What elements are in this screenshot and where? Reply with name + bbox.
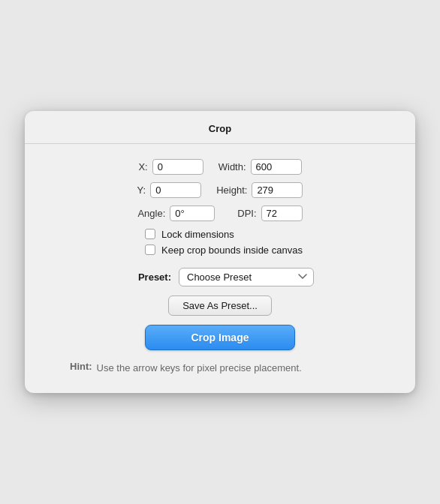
angle-label: Angle: [137,208,165,219]
crop-image-button[interactable]: Crop Image [145,325,295,350]
lock-dimensions-checkbox[interactable] [145,229,155,239]
width-label: Width: [218,161,246,172]
lock-dimensions-label: Lock dimensions [161,229,234,240]
x-input[interactable] [152,159,203,175]
crop-btn-section: Crop Image [25,316,415,350]
hint-text: Use the arrow keys for pixel precise pla… [97,361,302,376]
x-group: X: [138,159,203,175]
save-preset-button[interactable]: Save As Preset... [168,296,272,316]
preset-label: Preset: [126,272,171,283]
dialog-title-bar: Crop [25,111,415,144]
y-group: Y: [137,182,202,198]
checkboxes-section: Lock dimensions Keep crop bounds inside … [25,221,415,256]
lock-dimensions-row: Lock dimensions [145,229,234,240]
y-height-row: Y: Height: [55,182,385,198]
height-label: Height: [216,184,247,196]
dialog-title: Crop [209,123,231,134]
preset-section: Preset: Choose Preset [25,256,415,286]
hint-label: Hint: [70,361,92,372]
hint-section: Hint: Use the arrow keys for pixel preci… [25,350,415,376]
keep-crop-bounds-checkbox[interactable] [145,244,155,255]
keep-crop-bounds-label: Keep crop bounds inside canvas [161,244,303,256]
height-input[interactable] [252,182,303,198]
width-input[interactable] [251,159,302,175]
fields-section: X: Width: Y: Height: Angle: [25,159,415,221]
keep-crop-bounds-row: Keep crop bounds inside canvas [145,244,303,256]
y-label: Y: [137,184,146,196]
dpi-label: DPI: [237,208,256,219]
width-group: Width: [218,159,302,175]
x-width-row: X: Width: [55,159,385,175]
save-preset-section: Save As Preset... [25,286,415,316]
y-input[interactable] [150,182,201,198]
x-label: X: [138,161,147,172]
angle-input[interactable] [170,206,215,221]
preset-select[interactable]: Choose Preset [179,268,314,286]
dpi-input[interactable] [261,206,303,221]
angle-dpi-row: Angle: DPI: [55,206,385,221]
angle-group: Angle: [137,206,215,221]
crop-dialog: Crop X: Width: Y: Height: [25,111,415,394]
dpi-group: DPI: [237,206,302,221]
height-group: Height: [216,182,303,198]
